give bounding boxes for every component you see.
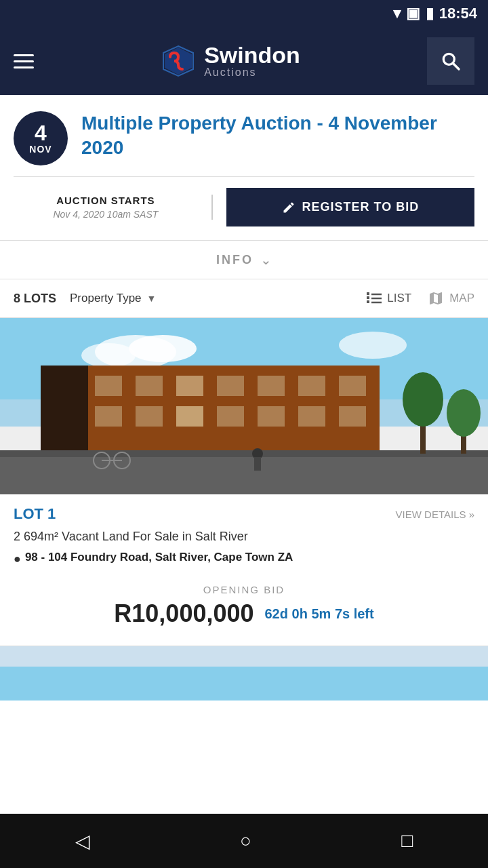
lot-1-image-svg — [0, 318, 488, 494]
bid-amount: R10,000,000 — [114, 599, 253, 628]
menu-button[interactable] — [14, 54, 34, 68]
bottom-nav: ◁ ○ □ — [0, 814, 488, 868]
svg-point-37 — [447, 389, 481, 437]
time-left: 62d 0h 5m 7s left — [265, 606, 374, 622]
svg-rect-18 — [95, 376, 122, 396]
svg-rect-25 — [95, 406, 122, 427]
logo-subtitle: Auctions — [204, 66, 300, 79]
register-btn-label: REGISTER TO BID — [302, 200, 420, 214]
auction-starts: AUCTION STARTS Nov 4, 2020 10am SAST — [14, 195, 213, 220]
svg-rect-30 — [298, 406, 325, 427]
svg-point-35 — [403, 372, 443, 427]
view-toggle: LIST MAP — [367, 290, 474, 307]
lot-1-image[interactable] — [0, 318, 488, 494]
home-icon: ○ — [240, 830, 251, 852]
auction-title: Multiple Property Auction - 4 November 2… — [81, 111, 474, 161]
lot-1-info: LOT 1 VIEW DETAILS » 2 694m² Vacant Land… — [0, 494, 488, 646]
search-icon — [440, 50, 462, 72]
caret-icon: ▼ — [147, 293, 157, 304]
signal-icon: ▣ — [406, 5, 420, 22]
map-icon — [428, 290, 444, 307]
map-label: MAP — [449, 292, 474, 305]
status-icons: ▾ ▣ ▮ 18:54 — [393, 5, 477, 22]
svg-rect-7 — [367, 292, 369, 295]
property-type-filter[interactable]: Property Type ▼ — [70, 292, 156, 305]
auction-meta: AUCTION STARTS Nov 4, 2020 10am SAST REG… — [14, 176, 474, 226]
auction-day: 4 — [35, 122, 47, 144]
list-icon — [367, 292, 382, 304]
svg-rect-27 — [176, 406, 203, 427]
property-type-label: Property Type — [70, 292, 142, 305]
opening-bid-label: OPENING BID — [14, 584, 474, 595]
lot-1-header: LOT 1 VIEW DETAILS » — [14, 505, 474, 523]
svg-rect-29 — [258, 406, 285, 427]
status-bar: ▾ ▣ ▮ 18:54 — [0, 0, 488, 27]
auction-section: 4 NOV Multiple Property Auction - 4 Nove… — [0, 95, 488, 176]
register-to-bid-button[interactable]: REGISTER TO BID — [226, 188, 474, 226]
svg-rect-31 — [339, 406, 366, 427]
svg-rect-42 — [254, 457, 261, 471]
svg-rect-8 — [367, 296, 369, 299]
home-button[interactable]: ○ — [240, 830, 251, 852]
svg-rect-23 — [298, 376, 325, 396]
auction-starts-date: Nov 4, 2020 10am SAST — [14, 209, 198, 220]
app-header: Swindon Auctions — [0, 27, 488, 95]
lot-1-view-details[interactable]: VIEW DETAILS » — [396, 509, 474, 520]
lots-bar: 8 LOTS Property Type ▼ LIST MAP — [0, 279, 488, 318]
map-view-button[interactable]: MAP — [428, 290, 474, 307]
battery-icon: ▮ — [426, 5, 434, 22]
auction-month: NOV — [29, 144, 52, 155]
pencil-icon — [282, 201, 296, 214]
lot-1-card: LOT 1 VIEW DETAILS » 2 694m² Vacant Land… — [0, 318, 488, 646]
lot-1-address-text: 98 - 104 Foundry Road, Salt River, Cape … — [25, 551, 293, 564]
logo-name: Swindon — [204, 43, 300, 66]
svg-rect-22 — [258, 376, 285, 396]
svg-rect-24 — [339, 376, 366, 396]
lot-1-number: LOT 1 — [14, 505, 56, 523]
chevron-down-icon: ⌄ — [260, 252, 272, 268]
svg-rect-44 — [0, 667, 488, 701]
svg-rect-21 — [217, 376, 244, 396]
logo-icon — [161, 43, 196, 79]
svg-point-14 — [81, 343, 136, 368]
lot-1-description: 2 694m² Vacant Land For Sale in Salt Riv… — [14, 530, 474, 544]
recent-apps-button[interactable]: □ — [401, 830, 413, 852]
info-label: INFO — [216, 253, 253, 267]
lots-count: 8 LOTS — [14, 292, 56, 306]
svg-line-3 — [453, 64, 459, 69]
svg-rect-33 — [0, 450, 488, 457]
svg-rect-28 — [217, 406, 244, 427]
wifi-icon: ▾ — [393, 5, 401, 22]
bid-row: R10,000,000 62d 0h 5m 7s left — [14, 599, 474, 628]
lot-2-card-partial — [0, 646, 488, 701]
lot-1-address: ● 98 - 104 Foundry Road, Salt River, Cap… — [14, 551, 474, 566]
back-button[interactable]: ◁ — [75, 830, 90, 852]
search-button[interactable] — [427, 37, 474, 85]
svg-rect-9 — [367, 300, 369, 303]
lot-2-image-partial — [0, 646, 488, 701]
logo-text: Swindon Auctions — [204, 43, 300, 79]
svg-point-15 — [339, 332, 407, 359]
pin-icon: ● — [14, 552, 21, 566]
svg-rect-19 — [136, 376, 163, 396]
svg-rect-32 — [0, 454, 488, 494]
svg-rect-26 — [136, 406, 163, 427]
status-time: 18:54 — [439, 5, 477, 22]
date-badge: 4 NOV — [14, 111, 68, 165]
svg-point-13 — [129, 335, 197, 362]
list-label: LIST — [387, 292, 411, 305]
list-view-button[interactable]: LIST — [367, 292, 411, 305]
info-bar[interactable]: INFO ⌄ — [0, 240, 488, 279]
opening-bid-section: OPENING BID R10,000,000 62d 0h 5m 7s lef… — [14, 577, 474, 635]
logo-area: Swindon Auctions — [161, 43, 300, 79]
auction-starts-label: AUCTION STARTS — [14, 195, 198, 206]
recent-icon: □ — [401, 830, 413, 852]
back-icon: ◁ — [75, 830, 90, 852]
svg-rect-20 — [176, 376, 203, 396]
